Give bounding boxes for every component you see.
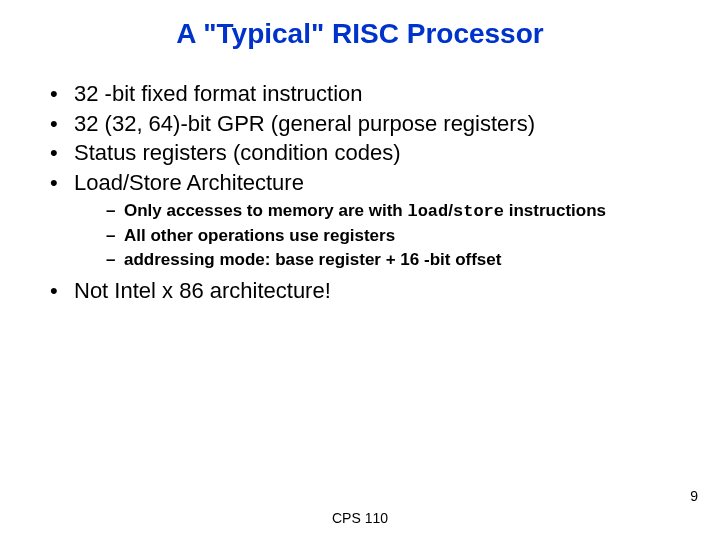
- bullet-list: 32 -bit fixed format instruction 32 (32,…: [50, 80, 680, 305]
- footer-label: CPS 110: [0, 510, 720, 526]
- slide-title: A "Typical" RISC Processor: [0, 0, 720, 80]
- page-number: 9: [690, 488, 698, 504]
- sub-text: instructions: [504, 201, 606, 220]
- bullet-item: Status registers (condition codes): [50, 139, 680, 167]
- slide: A "Typical" RISC Processor 32 -bit fixed…: [0, 0, 720, 540]
- bullet-item: Load/Store Architecture Only accesses to…: [50, 169, 680, 272]
- bullet-item: 32 (32, 64)-bit GPR (general purpose reg…: [50, 110, 680, 138]
- code-text: load: [407, 202, 448, 221]
- bullet-item: Not Intel x 86 architecture!: [50, 277, 680, 305]
- sub-bullet-list: Only accesses to memory are with load/st…: [74, 200, 680, 271]
- bullet-text: Load/Store Architecture: [74, 170, 304, 195]
- bullet-item: 32 -bit fixed format instruction: [50, 80, 680, 108]
- sub-bullet-item: All other operations use registers: [106, 225, 680, 247]
- sub-bullet-item: addressing mode: base register + 16 -bit…: [106, 249, 680, 271]
- sub-bullet-item: Only accesses to memory are with load/st…: [106, 200, 680, 223]
- code-text: store: [453, 202, 504, 221]
- slide-content: 32 -bit fixed format instruction 32 (32,…: [0, 80, 720, 305]
- sub-text: Only accesses to memory are with: [124, 201, 407, 220]
